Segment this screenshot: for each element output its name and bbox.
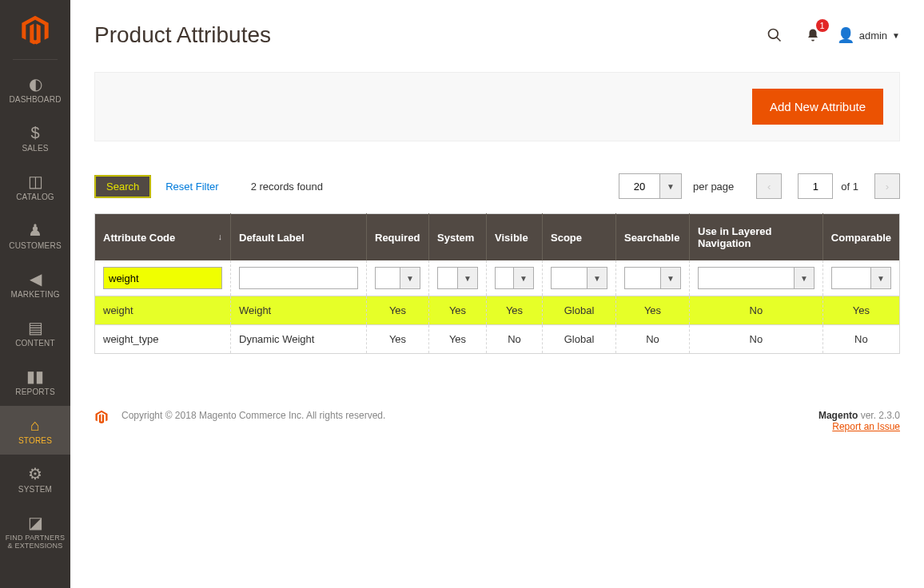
search-icon xyxy=(767,27,783,43)
grid-controls: Search Reset Filter 2 records found ▼ pe… xyxy=(94,173,900,199)
sidebar-item-dashboard[interactable]: ◐DASHBOARD xyxy=(0,65,70,113)
th-visible[interactable]: Visible xyxy=(487,214,543,261)
sidebar: ◐DASHBOARD $SALES ◫CATALOG ♟CUSTOMERS ◀M… xyxy=(0,0,70,464)
th-searchable[interactable]: Searchable xyxy=(616,214,690,261)
filter-row: ▼ ▼ ▼ ▼ ▼ ▼ ▼ xyxy=(95,260,900,296)
cell-comparable: Yes xyxy=(822,296,899,325)
chevron-down-icon: ▼ xyxy=(794,267,814,289)
sidebar-item-customers[interactable]: ♟CUSTOMERS xyxy=(0,211,70,260)
cell-searchable: Yes xyxy=(616,296,690,325)
filter-scope-select[interactable]: ▼ xyxy=(551,267,607,289)
table-row[interactable]: weight_type Dynamic Weight Yes Yes No Gl… xyxy=(95,325,900,354)
th-attribute-code[interactable]: Attribute Code↓ xyxy=(95,214,231,261)
th-layered[interactable]: Use in Layered Navigation xyxy=(690,214,823,261)
magento-label: Magento xyxy=(818,410,858,421)
filter-comparable-select[interactable]: ▼ xyxy=(831,267,891,289)
copyright-text: Copyright © 2018 Magento Commerce Inc. A… xyxy=(121,410,385,421)
cell-required: Yes xyxy=(367,325,429,354)
svg-point-0 xyxy=(768,30,778,39)
sidebar-item-sales[interactable]: $SALES xyxy=(0,113,70,162)
account-menu[interactable]: 👤 admin ▼ xyxy=(837,26,900,44)
footer: Copyright © 2018 Magento Commerce Inc. A… xyxy=(94,410,900,432)
sort-desc-icon: ↓ xyxy=(218,232,223,241)
records-found-label: 2 records found xyxy=(251,181,323,193)
attributes-table: Attribute Code↓ Default Label Required S… xyxy=(94,213,900,354)
chevron-down-icon: ▼ xyxy=(457,267,478,289)
notifications-button[interactable]: 1 xyxy=(799,21,827,50)
cell-required: Yes xyxy=(367,296,429,325)
cell-code: weight xyxy=(95,296,231,325)
cell-layered: No xyxy=(690,296,823,325)
sidebar-item-catalog[interactable]: ◫CATALOG xyxy=(0,162,70,211)
filter-default-label-input[interactable] xyxy=(239,267,358,289)
th-required[interactable]: Required xyxy=(367,214,429,261)
chevron-down-icon: ▼ xyxy=(660,267,681,289)
cell-scope: Global xyxy=(543,296,616,325)
account-username: admin xyxy=(859,30,887,42)
report-issue-link[interactable]: Report an Issue xyxy=(832,421,900,432)
chart-icon: ▮▮ xyxy=(3,368,67,384)
chevron-left-icon: ‹ xyxy=(767,181,771,193)
magento-logo-icon xyxy=(19,14,51,46)
megaphone-icon: ◀ xyxy=(3,271,67,287)
per-page-input[interactable] xyxy=(619,173,660,199)
cell-code: weight_type xyxy=(95,325,231,354)
caret-down-icon: ▼ xyxy=(892,31,900,40)
page-header: Product Attributes 1 👤 admin ▼ xyxy=(94,0,900,72)
per-page-label: per page xyxy=(693,181,734,193)
gauge-icon: ◐ xyxy=(3,76,67,92)
cell-layered: No xyxy=(690,325,823,354)
person-icon: ♟ xyxy=(3,222,67,238)
notification-badge: 1 xyxy=(816,19,829,32)
table-row[interactable]: weight Weight Yes Yes Yes Global Yes No … xyxy=(95,296,900,325)
page-of-label: of 1 xyxy=(841,181,858,193)
cell-searchable: No xyxy=(616,325,690,354)
th-comparable[interactable]: Comparable xyxy=(822,214,899,261)
avatar-icon: 👤 xyxy=(837,26,854,44)
add-new-attribute-button[interactable]: Add New Attribute xyxy=(752,89,883,125)
cell-visible: Yes xyxy=(487,296,543,325)
cell-comparable: No xyxy=(822,325,899,354)
cell-system: Yes xyxy=(429,325,487,354)
chevron-down-icon: ▼ xyxy=(513,267,534,289)
filter-system-select[interactable]: ▼ xyxy=(437,267,478,289)
svg-line-1 xyxy=(776,38,780,42)
sidebar-item-system[interactable]: ⚙SYSTEM xyxy=(0,455,70,464)
cell-scope: Global xyxy=(543,325,616,354)
search-icon-button[interactable] xyxy=(760,21,789,50)
sidebar-item-marketing[interactable]: ◀MARKETING xyxy=(0,260,70,308)
layout-icon: ▤ xyxy=(3,320,67,336)
dollar-icon: $ xyxy=(3,125,67,141)
page-number-input[interactable] xyxy=(798,173,833,199)
per-page-dropdown-toggle[interactable]: ▼ xyxy=(659,173,682,199)
cell-label: Weight xyxy=(231,296,367,325)
chevron-down-icon: ▼ xyxy=(400,267,420,289)
cell-label: Dynamic Weight xyxy=(231,325,367,354)
chevron-down-icon: ▼ xyxy=(870,267,891,289)
chevron-right-icon: › xyxy=(886,181,889,193)
th-system[interactable]: System xyxy=(429,214,487,261)
filter-visible-select[interactable]: ▼ xyxy=(495,267,534,289)
cell-visible: No xyxy=(487,325,543,354)
action-bar: Add New Attribute xyxy=(94,72,900,141)
filter-layered-select[interactable]: ▼ xyxy=(698,267,814,289)
filter-required-select[interactable]: ▼ xyxy=(375,267,420,289)
search-button[interactable]: Search xyxy=(94,175,151,198)
sidebar-item-stores[interactable]: ⌂STORES xyxy=(0,406,70,455)
box-icon: ◫ xyxy=(3,173,67,189)
version-label: ver. 2.3.0 xyxy=(858,410,900,421)
reset-filter-link[interactable]: Reset Filter xyxy=(165,181,218,193)
page-title: Product Attributes xyxy=(94,22,271,48)
sidebar-item-content[interactable]: ▤CONTENT xyxy=(0,308,70,357)
th-default-label[interactable]: Default Label xyxy=(231,214,367,261)
filter-searchable-select[interactable]: ▼ xyxy=(624,267,681,289)
cell-system: Yes xyxy=(429,296,487,325)
main-content: Product Attributes 1 👤 admin ▼ Add New A… xyxy=(70,0,924,464)
magento-footer-logo-icon xyxy=(94,410,109,428)
th-scope[interactable]: Scope xyxy=(543,214,616,261)
store-icon: ⌂ xyxy=(3,417,67,433)
filter-attribute-code-input[interactable] xyxy=(103,267,222,289)
next-page-button[interactable]: › xyxy=(874,173,900,199)
prev-page-button[interactable]: ‹ xyxy=(756,173,782,199)
sidebar-item-reports[interactable]: ▮▮REPORTS xyxy=(0,357,70,406)
